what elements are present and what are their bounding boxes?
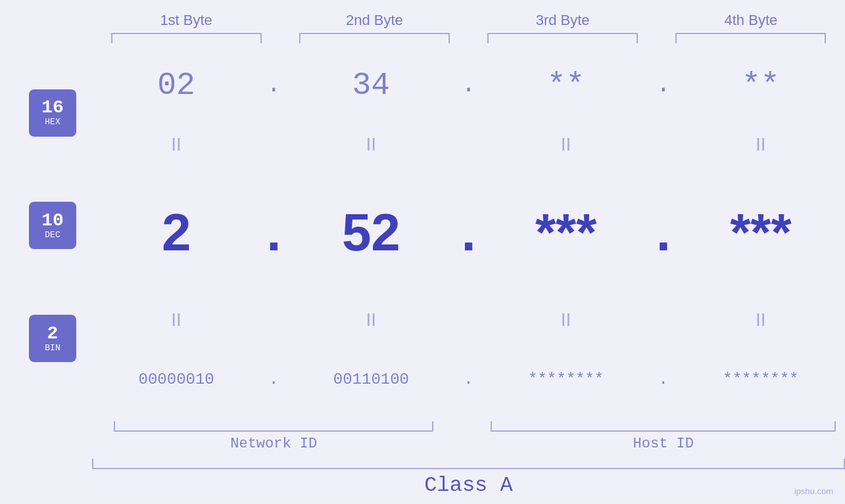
eq2-1-symbol: II bbox=[171, 311, 181, 329]
dot-hex-1: . bbox=[260, 72, 287, 99]
eq2-4-symbol: II bbox=[756, 311, 766, 329]
bin-cell-2: 00110100 bbox=[287, 371, 455, 388]
eq1-cell-1: II bbox=[92, 135, 260, 154]
host-bracket-container bbox=[482, 421, 846, 432]
dot-dec-2: . bbox=[456, 202, 482, 263]
dot-dec-2-symbol: . bbox=[461, 202, 475, 263]
byte-headers: 1st Byte 2nd Byte 3rd Byte 4th Byte bbox=[0, 0, 845, 29]
class-section: Class A bbox=[0, 459, 845, 497]
top-bracket-3 bbox=[487, 33, 638, 43]
dec-cell-1: 2 bbox=[92, 202, 260, 263]
hex-cell-2: 34 bbox=[287, 68, 455, 103]
bracket-cell-1 bbox=[92, 33, 280, 43]
eq1-cell-3: II bbox=[482, 135, 650, 154]
watermark: ipshu.com bbox=[794, 486, 833, 496]
eq1-3-symbol: II bbox=[561, 135, 571, 154]
main-container: 1st Byte 2nd Byte 3rd Byte 4th Byte 16 H… bbox=[0, 0, 845, 504]
dot-dec-3: . bbox=[650, 202, 677, 263]
dec-badge-label: DEC bbox=[45, 230, 60, 240]
dot-hex-2: . bbox=[456, 72, 482, 99]
dot-dec-1-symbol: . bbox=[266, 202, 281, 263]
dot-hex-2-symbol: . bbox=[462, 72, 476, 99]
dot-hex-1-symbol: . bbox=[266, 72, 281, 99]
hex-cell-1: 02 bbox=[92, 68, 260, 103]
bin-value-4: ******** bbox=[723, 371, 798, 388]
dot-hex-3-symbol: . bbox=[656, 72, 671, 99]
dot-bin-2: . bbox=[456, 371, 482, 388]
bin-badge: 2 BIN bbox=[29, 315, 76, 362]
bin-value-2: 00110100 bbox=[333, 371, 409, 388]
dot-bin-3-symbol: . bbox=[659, 371, 668, 388]
dec-badge-number: 10 bbox=[41, 212, 64, 230]
host-bracket bbox=[491, 421, 836, 432]
dot-hex-3: . bbox=[650, 72, 677, 99]
eq1-cell-4: II bbox=[677, 135, 845, 154]
dec-cell-3: *** bbox=[482, 202, 650, 263]
data-columns: 02 . 34 . ** . ** bbox=[92, 43, 845, 421]
bottom-brackets bbox=[92, 421, 845, 432]
eq1-2-symbol: II bbox=[366, 135, 377, 154]
bin-cell-1: 00000010 bbox=[92, 371, 260, 388]
bin-badge-number: 2 bbox=[47, 325, 59, 343]
dot-bin-1-symbol: . bbox=[269, 371, 278, 388]
bin-value-3: ******** bbox=[528, 371, 604, 388]
eq2-2-symbol: II bbox=[366, 311, 377, 329]
network-id-label: Network ID bbox=[92, 436, 456, 452]
hex-cell-4: ** bbox=[677, 68, 845, 103]
bin-value-1: 00000010 bbox=[139, 371, 214, 388]
hex-value-3: ** bbox=[547, 68, 585, 103]
bracket-cell-3 bbox=[469, 33, 657, 43]
host-id-label: Host ID bbox=[482, 436, 846, 452]
dot-dec-3-symbol: . bbox=[656, 202, 671, 263]
top-bracket-4 bbox=[675, 33, 826, 43]
main-content: 16 HEX 10 DEC 2 BIN 02 . bbox=[0, 43, 845, 421]
network-bracket-container bbox=[92, 421, 456, 432]
eq2-cell-3: II bbox=[482, 311, 650, 329]
dot-bin-3: . bbox=[650, 371, 677, 388]
dec-cell-4: *** bbox=[677, 202, 845, 263]
network-bracket bbox=[114, 421, 433, 432]
bracket-cell-4 bbox=[657, 33, 845, 43]
hex-value-4: ** bbox=[742, 68, 780, 103]
byte2-header: 2nd Byte bbox=[280, 12, 468, 29]
bottom-section: Network ID Host ID bbox=[0, 421, 845, 452]
dec-value-4: *** bbox=[730, 202, 791, 263]
hex-badge: 16 HEX bbox=[29, 89, 76, 137]
dec-value-1: 2 bbox=[162, 202, 191, 263]
dot-bin-1: . bbox=[260, 371, 287, 388]
id-labels-row: Network ID Host ID bbox=[92, 436, 845, 452]
class-label-row: Class A bbox=[92, 473, 845, 497]
eq2-3-symbol: II bbox=[561, 311, 571, 329]
dot-bin-2-symbol: . bbox=[464, 371, 473, 388]
eq2-cell-2: II bbox=[287, 311, 455, 329]
hex-value-1: 02 bbox=[157, 68, 195, 103]
top-bracket-1 bbox=[111, 33, 262, 43]
eq1-4-symbol: II bbox=[756, 135, 766, 154]
eq1-1-symbol: II bbox=[171, 135, 181, 154]
dec-value-2: 52 bbox=[342, 202, 400, 263]
eq2-cell-4: II bbox=[677, 311, 845, 329]
top-bracket-row bbox=[0, 33, 845, 43]
hex-row: 02 . 34 . ** . ** bbox=[92, 43, 845, 127]
badges-column: 16 HEX 10 DEC 2 BIN bbox=[0, 43, 92, 421]
bin-badge-label: BIN bbox=[45, 343, 60, 353]
eq1-cell-2: II bbox=[287, 135, 455, 154]
bin-row: 00000010 . 00110100 . ******** . bbox=[92, 337, 845, 421]
hex-badge-number: 16 bbox=[41, 99, 64, 117]
hex-value-2: 34 bbox=[352, 68, 391, 103]
dot-dec-1: . bbox=[260, 202, 287, 263]
bin-cell-3: ******** bbox=[482, 371, 650, 388]
dec-badge: 10 DEC bbox=[29, 202, 76, 249]
hex-cell-3: ** bbox=[482, 68, 650, 103]
bracket-cell-2 bbox=[280, 33, 468, 43]
equals-row-2: II II II II bbox=[92, 302, 845, 337]
byte4-header: 4th Byte bbox=[657, 12, 845, 29]
top-bracket-2 bbox=[299, 33, 450, 43]
dec-cell-2: 52 bbox=[287, 202, 455, 263]
equals-row-1: II II II II bbox=[92, 127, 845, 162]
byte3-header: 3rd Byte bbox=[469, 12, 657, 29]
eq2-cell-1: II bbox=[92, 311, 260, 329]
dec-value-3: *** bbox=[535, 202, 596, 263]
bin-cell-4: ******** bbox=[677, 371, 845, 388]
dec-row: 2 . 52 . *** . *** bbox=[92, 162, 845, 302]
